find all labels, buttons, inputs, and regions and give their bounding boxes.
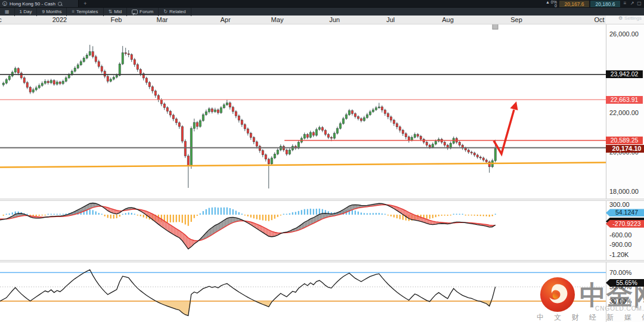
grid-button[interactable]: ▦ [0,8,15,16]
forum-icon [132,10,138,14]
chart-tab[interactable]: 1 Hong Kong 50 - Cash [0,0,79,7]
header: 1 Hong Kong 50 - Cash + ▲ 0% 0 20,167.6 … [0,0,644,16]
search-icon[interactable] [58,2,62,6]
time-axis-label: Dec [0,16,9,23]
window-icon[interactable]: ▢ [637,1,642,6]
drawing-handle[interactable] [493,24,498,29]
price-axis-gutter[interactable] [606,24,644,322]
settings-button[interactable]: ⚙Settings [618,16,642,21]
time-axis-label: Aug [435,16,461,23]
time-axis-label: Oct [586,16,612,23]
templates-icon: ≡ [72,9,75,14]
grid-icon: ▦ [5,9,10,14]
time-axis-label: Mar [149,16,175,23]
gear-icon: ⚙ [618,16,623,21]
time-axis-label: 2022 [47,16,73,23]
instrument-icon: 1 [2,1,7,6]
chart-canvas[interactable] [0,0,644,322]
trading-platform-window: Dec2022FebMarAprMayJunJulAugSepOct 26,00… [0,0,644,322]
period-button[interactable]: 9 Months [37,8,67,16]
tab-bar: 1 Hong Kong 50 - Cash + ▲ 0% 0 20,167.6 … [0,0,644,7]
time-axis-label: Apr [212,16,239,23]
related-button[interactable]: ↻Related [159,8,191,16]
templates-button[interactable]: ≡Templates [67,8,103,16]
rsi-panel[interactable] [0,270,606,315]
popout-icon[interactable]: ↗ [630,1,634,6]
timeframe-button[interactable]: 1 Day [15,8,38,16]
tab-title: Hong Kong 50 - Cash [10,1,55,7]
forum-button[interactable]: Forum [127,8,159,16]
time-axis-label: Jun [321,16,348,23]
mid-button[interactable]: ⇅Mid [104,8,128,16]
panel-separator[interactable] [0,199,644,201]
time-axis-label: May [264,16,290,23]
time-axis-label: Jul [377,16,404,23]
toolbar: ▦ 1 Day 9 Months ≡Templates ⇅Mid Forum ↻… [0,7,644,16]
panel-separator[interactable] [0,260,644,262]
macd-panel[interactable] [0,203,496,249]
new-tab-button[interactable]: + [81,0,89,7]
related-icon: ↻ [163,9,168,14]
drawn-lines[interactable] [0,75,606,168]
time-axis-label: Feb [103,16,129,23]
mid-icon: ⇅ [109,9,113,14]
time-axis-label: Sep [503,16,530,23]
trend-arrow[interactable] [494,101,518,154]
list-icon[interactable]: ≡ [623,1,627,6]
time-axis[interactable]: Dec2022FebMarAprMayJunJulAugSepOct [0,16,644,24]
